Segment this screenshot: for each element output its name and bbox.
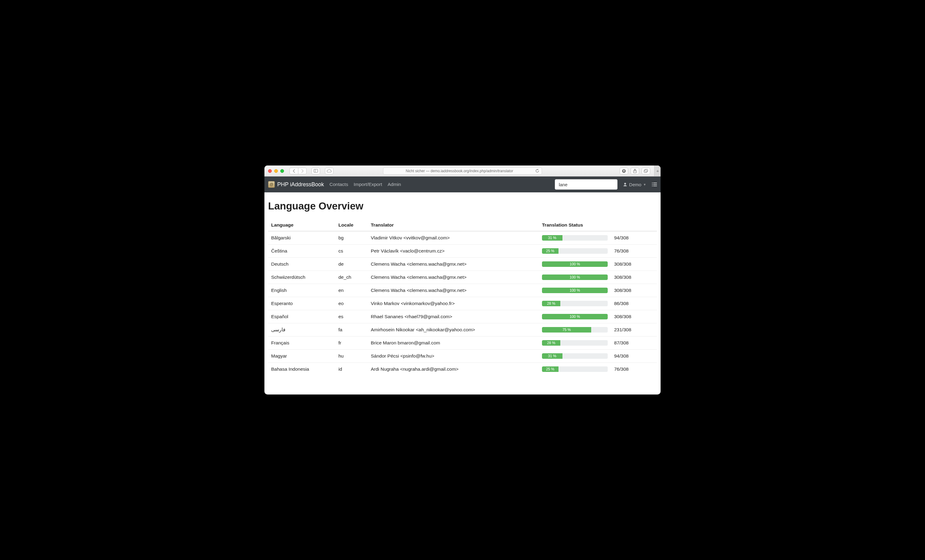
- downloads-button[interactable]: [620, 168, 628, 174]
- progress-bar-fill: 75 %: [542, 327, 591, 333]
- cell-progress: 100 %: [539, 284, 611, 297]
- cell-language: فارسی: [268, 323, 335, 336]
- list-toggle-button[interactable]: [652, 182, 657, 186]
- cell-translator: Clemens Wacha <clemens.wacha@gmx.net>: [368, 284, 539, 297]
- svg-rect-12: [653, 186, 657, 186]
- cell-locale: cs: [335, 245, 368, 258]
- plus-icon: +: [656, 168, 659, 173]
- cell-progress: 28 %: [539, 297, 611, 310]
- cell-progress: 25 %: [539, 363, 611, 376]
- nav-buttons: [289, 168, 307, 174]
- new-tab-button[interactable]: +: [654, 165, 661, 176]
- reload-button[interactable]: [535, 169, 539, 173]
- progress-percent: 100 %: [569, 275, 580, 279]
- cell-language: Bahasa Indonesia: [268, 363, 335, 376]
- progress-percent: 31 %: [548, 354, 556, 358]
- progress-bar: 31 %: [542, 235, 608, 240]
- table-header-row: Language Locale Translator Translation S…: [268, 219, 657, 231]
- progress-percent: 31 %: [548, 236, 556, 240]
- progress-bar-fill: 100 %: [542, 275, 608, 280]
- cell-locale: eo: [335, 297, 368, 310]
- user-menu[interactable]: Demo ▼: [623, 182, 646, 187]
- list-icon: [652, 182, 657, 186]
- svg-rect-4: [644, 170, 647, 173]
- cell-count: 308/308: [611, 284, 657, 297]
- content: Language Overview Language Locale Transl…: [264, 192, 661, 395]
- cell-progress: 25 %: [539, 245, 611, 258]
- cell-progress: 100 %: [539, 310, 611, 323]
- cell-translator: Clemens Wacha <clemens.wacha@gmx.net>: [368, 271, 539, 284]
- cell-locale: fr: [335, 336, 368, 350]
- cell-locale: id: [335, 363, 368, 376]
- minimize-window-button[interactable]: [274, 169, 278, 173]
- browser-window: Nicht sicher — demo.iaddressbook.org/ind…: [264, 165, 661, 395]
- col-status: Translation Status: [539, 219, 657, 231]
- progress-bar-fill: 100 %: [542, 261, 608, 267]
- sidebar-icon: [313, 169, 318, 173]
- nav-right: Demo ▼: [555, 179, 657, 190]
- cell-count: 308/308: [611, 258, 657, 271]
- svg-rect-5: [645, 169, 648, 172]
- cell-locale: bg: [335, 231, 368, 245]
- cell-progress: 100 %: [539, 271, 611, 284]
- cell-language: Schwiizerdütsch: [268, 271, 335, 284]
- languages-table: Language Locale Translator Translation S…: [268, 219, 657, 375]
- progress-percent: 100 %: [569, 314, 580, 319]
- search-input[interactable]: [555, 179, 618, 190]
- nav-link-import-export[interactable]: Import/Export: [354, 182, 382, 187]
- tabs-icon: [644, 169, 648, 173]
- sidebar-toggle-button[interactable]: [312, 168, 320, 174]
- page-title: Language Overview: [268, 200, 657, 212]
- progress-bar-fill: 25 %: [542, 366, 559, 372]
- cell-language: Esperanto: [268, 297, 335, 310]
- svg-rect-10: [653, 184, 657, 185]
- tabs-button[interactable]: [642, 168, 650, 174]
- svg-rect-8: [653, 183, 657, 183]
- svg-rect-0: [314, 170, 318, 173]
- nav-link-contacts[interactable]: Contacts: [330, 182, 348, 187]
- maximize-window-button[interactable]: [280, 169, 284, 173]
- titlebar: Nicht sicher — demo.iaddressbook.org/ind…: [264, 165, 661, 177]
- svg-point-9: [652, 184, 653, 185]
- address-text: Nicht sicher — demo.iaddressbook.org/ind…: [406, 169, 513, 173]
- toolbar-right: [620, 168, 650, 174]
- cell-language: Español: [268, 310, 335, 323]
- cell-translator: Petr Václavík <vaclo@centrum.cz>: [368, 245, 539, 258]
- table-row: ČeštinacsPetr Václavík <vaclo@centrum.cz…: [268, 245, 657, 258]
- cell-translator: Vinko Markov <vinkomarkov@yahoo.fr>: [368, 297, 539, 310]
- progress-bar: 31 %: [542, 353, 608, 359]
- svg-point-7: [652, 183, 653, 183]
- address-bar[interactable]: Nicht sicher — demo.iaddressbook.org/ind…: [383, 167, 542, 175]
- cell-progress: 75 %: [539, 323, 611, 336]
- forward-button[interactable]: [298, 168, 307, 174]
- cell-translator: Ardi Nugraha <nugraha.ardi@gmail.com>: [368, 363, 539, 376]
- user-label: Demo: [629, 182, 641, 187]
- cell-locale: hu: [335, 350, 368, 363]
- window-controls: [268, 169, 284, 173]
- progress-percent: 25 %: [546, 249, 554, 253]
- share-button[interactable]: [631, 168, 639, 174]
- user-icon: [623, 182, 627, 186]
- caret-down-icon: ▼: [643, 183, 646, 186]
- table-row: EspañolesRhael Sananes <rhael79@gmail.co…: [268, 310, 657, 323]
- progress-bar: 100 %: [542, 275, 608, 280]
- brand-icon: @: [268, 181, 275, 188]
- nav-link-admin[interactable]: Admin: [388, 182, 401, 187]
- table-row: فارسیfaAmirhosein Nikookar <ah_nikookar@…: [268, 323, 657, 336]
- progress-bar: 28 %: [542, 301, 608, 306]
- progress-bar-fill: 28 %: [542, 340, 560, 346]
- cell-count: 94/308: [611, 231, 657, 245]
- table-row: EsperantoeoVinko Markov <vinkomarkov@yah…: [268, 297, 657, 310]
- progress-bar: 25 %: [542, 248, 608, 254]
- col-translator: Translator: [368, 219, 539, 231]
- table-row: Bahasa IndonesiaidArdi Nugraha <nugraha.…: [268, 363, 657, 376]
- close-window-button[interactable]: [268, 169, 272, 173]
- brand[interactable]: @ PHP iAddressBook: [268, 181, 324, 188]
- download-icon: [622, 169, 626, 173]
- table-row: DeutschdeClemens Wacha <clemens.wacha@gm…: [268, 258, 657, 271]
- back-button[interactable]: [289, 168, 298, 174]
- col-language: Language: [268, 219, 335, 231]
- progress-percent: 28 %: [547, 301, 555, 306]
- progress-bar-fill: 25 %: [542, 248, 559, 254]
- icloud-tabs-button[interactable]: [325, 168, 333, 174]
